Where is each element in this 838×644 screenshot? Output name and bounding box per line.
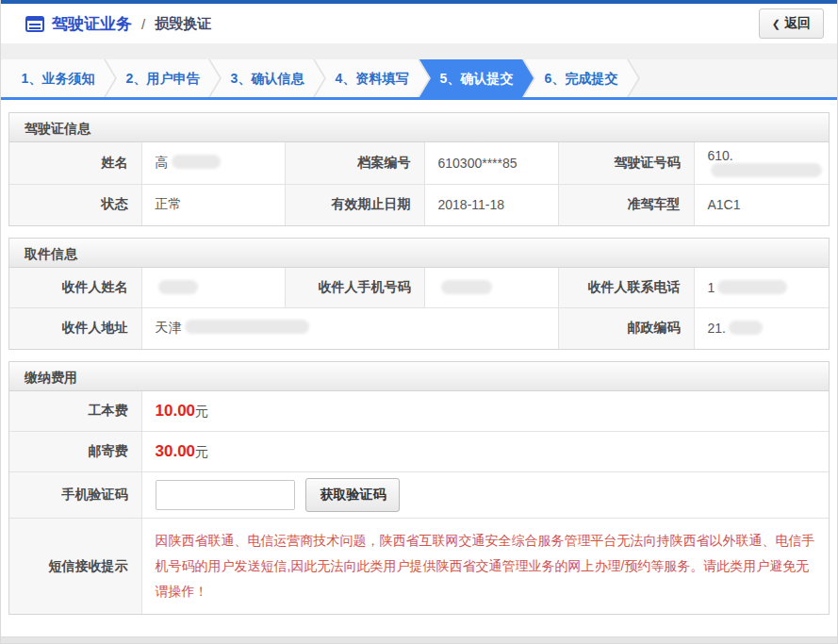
recipient-name-value — [141, 268, 285, 308]
step-nav-filler — [629, 59, 837, 97]
header: 驾驶证业务 / 损毁换证 ❮ 返回 — [1, 4, 837, 43]
step-navigation: 1、业务须知 2、用户申告 3、确认信息 4、资料填写 5、确认提交 6、完成提… — [1, 59, 837, 100]
bottom-strip — [1, 636, 837, 643]
table-row: 姓名 高 档案编号 610300****85 驾驶证号码 610. — [9, 142, 829, 185]
sms-notice-label: 短信接收提示 — [9, 519, 141, 615]
table-row: 收件人地址 天津 邮政编码 21. — [9, 308, 829, 349]
step-2-user-declaration[interactable]: 2、用户申告 — [106, 59, 220, 97]
postage-fee-amount: 30.00 — [156, 442, 196, 460]
recipient-address-value: 天津 — [141, 308, 558, 349]
sms-notice-cell: 因陕西省联通、电信运营商技术问题，陕西省互联网交通安全综合服务管理平台无法向持陕… — [141, 519, 829, 615]
license-menu-icon — [25, 16, 44, 32]
license-number-label: 驾驶证号码 — [558, 142, 694, 185]
breadcrumb-separator: / — [141, 16, 145, 32]
table-row: 工本费 10.00元 — [9, 391, 829, 432]
sms-code-label: 手机验证码 — [9, 472, 141, 519]
recipient-phone-label: 收件人联系电话 — [558, 268, 694, 308]
main-content: 驾驶证信息 姓名 高 档案编号 610300****85 驾驶证号码 610. … — [1, 100, 837, 644]
table-row: 手机验证码 获取验证码 — [9, 472, 829, 519]
postage-fee-unit: 元 — [195, 444, 208, 459]
chevron-left-icon: ❮ — [772, 18, 780, 30]
sms-code-input[interactable] — [156, 480, 295, 510]
pickup-info-section: 取件信息 收件人姓名 收件人手机号码 收件人联系电话 1 收件人地址 天津 邮政… — [8, 238, 830, 350]
back-button-label: 返回 — [784, 15, 811, 32]
license-info-table: 姓名 高 档案编号 610300****85 驾驶证号码 610. 状态 正常 … — [9, 142, 829, 225]
step-5-confirm-submit[interactable]: 5、确认提交 — [419, 59, 534, 97]
header-divider — [1, 43, 837, 59]
breadcrumb-current: 损毁换证 — [155, 15, 211, 33]
license-info-section: 驾驶证信息 姓名 高 档案编号 610300****85 驾驶证号码 610. … — [8, 112, 830, 226]
production-fee-amount: 10.00 — [156, 402, 196, 420]
recipient-name-label: 收件人姓名 — [9, 268, 141, 308]
redaction-blur — [717, 280, 787, 294]
file-number-label: 档案编号 — [285, 142, 424, 185]
payment-section: 缴纳费用 工本费 10.00元 邮寄费 30.00元 手机验证码 获取验证码 — [8, 361, 830, 616]
license-number-value: 610. — [694, 142, 829, 185]
status-value: 正常 — [141, 185, 285, 225]
table-row: 状态 正常 有效期止日期 2018-11-18 准驾车型 A1C1 — [9, 185, 829, 225]
postage-fee-label: 邮寄费 — [9, 432, 141, 472]
production-fee-label: 工本费 — [9, 391, 141, 432]
production-fee-value: 10.00元 — [141, 391, 829, 432]
recipient-mobile-value — [424, 268, 558, 308]
postal-code-value: 21. — [694, 308, 829, 349]
valid-until-label: 有效期止日期 — [285, 185, 424, 225]
sms-notice-text: 因陕西省联通、电信运营商技术问题，陕西省互联网交通安全综合服务管理平台无法向持陕… — [156, 524, 816, 608]
postage-fee-value: 30.00元 — [141, 432, 829, 472]
name-value: 高 — [141, 142, 285, 185]
table-row: 短信接收提示 因陕西省联通、电信运营商技术问题，陕西省互联网交通安全综合服务管理… — [9, 519, 829, 615]
table-row: 收件人姓名 收件人手机号码 收件人联系电话 1 — [9, 268, 829, 308]
payment-table: 工本费 10.00元 邮寄费 30.00元 手机验证码 获取验证码 短信接收提示 — [9, 391, 829, 615]
production-fee-unit: 元 — [195, 404, 208, 419]
sms-code-cell: 获取验证码 — [141, 472, 829, 519]
name-label: 姓名 — [9, 142, 141, 185]
vehicle-class-value: A1C1 — [694, 185, 829, 225]
table-row: 邮寄费 30.00元 — [9, 432, 829, 472]
redaction-blur — [729, 321, 763, 335]
page-title: 驾驶证业务 — [52, 13, 132, 35]
file-number-value: 610300****85 — [424, 142, 558, 185]
redaction-blur — [441, 280, 492, 294]
redaction-blur — [172, 155, 221, 169]
back-button[interactable]: ❮ 返回 — [759, 8, 824, 39]
redaction-blur — [711, 163, 822, 177]
pickup-info-table: 收件人姓名 收件人手机号码 收件人联系电话 1 收件人地址 天津 邮政编码 21… — [9, 268, 829, 349]
recipient-mobile-label: 收件人手机号码 — [285, 268, 424, 308]
get-sms-code-button[interactable]: 获取验证码 — [305, 478, 400, 512]
breadcrumb: 驾驶证业务 / 损毁换证 — [25, 13, 211, 35]
step-4-fill-data[interactable]: 4、资料填写 — [315, 59, 429, 97]
valid-until-value: 2018-11-18 — [424, 185, 558, 225]
pickup-info-title: 取件信息 — [9, 239, 829, 268]
payment-title: 缴纳费用 — [9, 362, 829, 391]
page: 驾驶证业务 / 损毁换证 ❮ 返回 1、业务须知 2、用户申告 3、确认信息 4… — [0, 0, 838, 644]
license-info-title: 驾驶证信息 — [9, 113, 829, 142]
recipient-phone-value: 1 — [694, 268, 829, 308]
redaction-blur — [158, 280, 198, 294]
postal-code-label: 邮政编码 — [558, 308, 694, 349]
vehicle-class-label: 准驾车型 — [558, 185, 694, 225]
step-6-complete-submit[interactable]: 6、完成提交 — [524, 59, 638, 97]
step-3-confirm-info[interactable]: 3、确认信息 — [210, 59, 324, 97]
redaction-blur — [185, 320, 309, 334]
status-label: 状态 — [9, 185, 141, 225]
step-1-business-notice[interactable]: 1、业务须知 — [1, 59, 115, 97]
recipient-address-label: 收件人地址 — [9, 308, 141, 349]
